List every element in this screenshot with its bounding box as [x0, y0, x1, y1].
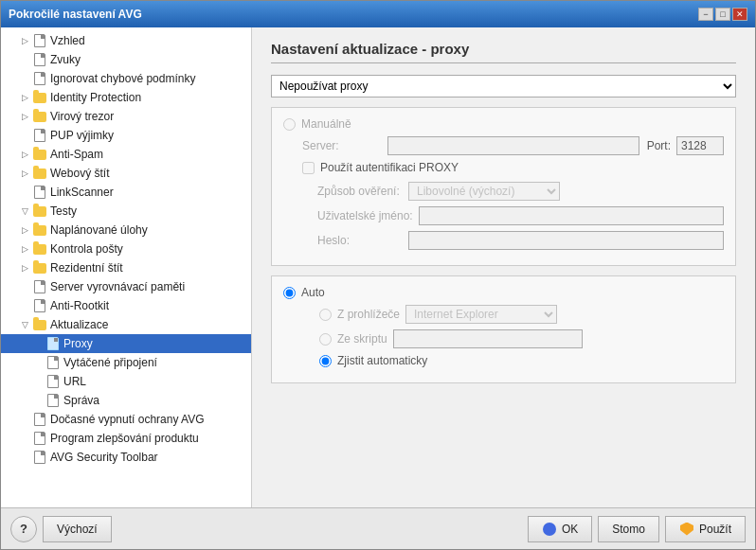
- heslo-row: Heslo:: [283, 231, 724, 250]
- sidebar-item-server[interactable]: Server vyrovnávací paměti: [1, 277, 251, 296]
- proxy-type-select[interactable]: Nepoužívat proxy Manuálně Auto: [271, 75, 736, 98]
- folder-icon-antispam: [32, 147, 47, 162]
- pouzit-button[interactable]: Použít: [665, 516, 746, 542]
- label-aktualizace: Aktualizace: [50, 318, 108, 331]
- sidebar-item-ignorovat[interactable]: Ignorovat chybové podmínky: [1, 69, 251, 88]
- page-icon-zvuky: [32, 52, 47, 67]
- page-icon-toolbar: [32, 450, 47, 465]
- heslo-input[interactable]: [408, 231, 724, 250]
- sidebar-item-linkscanner[interactable]: LinkScanner: [1, 183, 251, 202]
- auto-radio[interactable]: [283, 287, 296, 299]
- bottom-left: ? Výchozí: [10, 516, 112, 542]
- expander-toolbar: [18, 451, 31, 464]
- expander-pup: [18, 129, 31, 142]
- server-label: Server:: [302, 139, 387, 152]
- page-icon-server: [32, 279, 47, 294]
- help-button[interactable]: ?: [10, 516, 37, 542]
- skriptu-radio-row: Ze skriptu: [300, 329, 724, 348]
- port-label: Port:: [647, 139, 671, 152]
- sidebar-item-testy[interactable]: ▽ Testy: [1, 202, 251, 221]
- sidebar-item-program[interactable]: Program zlepšování produktu: [1, 429, 251, 448]
- ok-button[interactable]: OK: [528, 516, 592, 542]
- stomo-label: Stomo: [612, 523, 645, 536]
- proxy-auth-label: Použít autentifikaci PROXY: [320, 161, 459, 174]
- label-toolbar: AVG Security Toolbar: [50, 451, 158, 464]
- prohlizece-select[interactable]: Internet Explorer: [405, 305, 557, 324]
- expander-webovy: ▷: [18, 167, 31, 180]
- expander-naplanovane: ▷: [18, 223, 31, 237]
- skriptu-input[interactable]: [393, 329, 583, 348]
- expander-docasne: [18, 413, 31, 426]
- server-input[interactable]: [387, 136, 639, 155]
- page-icon-docasne: [32, 412, 47, 427]
- skriptu-radio[interactable]: [319, 333, 332, 346]
- sidebar-item-proxy[interactable]: Proxy: [1, 334, 251, 353]
- uzivatelske-row: Uživatelské jméno:: [283, 206, 724, 225]
- expander-kontrola: ▷: [18, 242, 31, 256]
- folder-icon-testy: [32, 204, 47, 219]
- proxy-auth-checkbox[interactable]: [302, 162, 315, 174]
- sidebar-item-url[interactable]: URL: [1, 372, 251, 391]
- expander-testy: ▽: [18, 204, 31, 218]
- expander-linkscanner: [18, 186, 31, 199]
- prohlizece-radio-row: Z prohlížeče Internet Explorer: [300, 305, 724, 324]
- label-vzhled: Vzhled: [50, 34, 85, 47]
- page-icon-program: [32, 431, 47, 446]
- sidebar-item-aktualizace[interactable]: ▽ Aktualizace: [1, 315, 251, 334]
- zpusob-select[interactable]: Libovolné (výchozí): [408, 182, 560, 201]
- automaticky-radio-row: Zjistit automaticky: [300, 354, 724, 367]
- manual-radio-label: Manuálně: [301, 117, 351, 131]
- bottom-right: OK Stomo Použít: [528, 516, 746, 542]
- auto-radio-row: Auto: [283, 286, 724, 299]
- sidebar: ▷ Vzhled Zvuky Ignorovat chybové podmínk…: [1, 27, 252, 507]
- label-naplanovane: Naplánované úlohy: [50, 223, 148, 237]
- sidebar-item-naplanovane[interactable]: ▷ Naplánované úlohy: [1, 221, 251, 240]
- manual-radio[interactable]: [283, 118, 296, 131]
- zpusob-row: Způsob ověření: Libovolné (výchozí): [283, 182, 724, 201]
- page-icon-pup: [32, 128, 47, 143]
- expander-ignorovat: [18, 72, 31, 85]
- expander-aktualizace: ▽: [18, 318, 31, 331]
- sidebar-item-sprava[interactable]: Správa: [1, 391, 251, 410]
- sidebar-item-rezidentni[interactable]: ▷ Rezidentní štít: [1, 258, 251, 277]
- folder-icon-webovy: [32, 166, 47, 181]
- proxy-auth-row: Použít autentifikaci PROXY: [283, 161, 724, 174]
- sidebar-item-docasne[interactable]: Dočasné vypnutí ochrany AVG: [1, 410, 251, 429]
- sidebar-item-pup[interactable]: PUP výjimky: [1, 126, 251, 145]
- expander-url: [31, 375, 45, 388]
- maximize-button[interactable]: □: [715, 8, 730, 21]
- close-button[interactable]: ✕: [732, 8, 747, 21]
- automaticky-radio[interactable]: [319, 355, 332, 367]
- manual-radio-row: Manuálně: [283, 117, 724, 131]
- page-icon-vzhled: [32, 33, 47, 48]
- sidebar-item-vytacene[interactable]: Vytáčené připojení: [1, 353, 251, 372]
- title-bar-buttons: − □ ✕: [698, 8, 747, 21]
- auto-radio-label: Auto: [301, 286, 325, 299]
- port-input[interactable]: [676, 136, 724, 155]
- folder-icon-virovy: [32, 109, 47, 124]
- sidebar-item-virovy[interactable]: ▷ Virový trezor: [1, 107, 251, 126]
- vychozi-button[interactable]: Výchozí: [43, 516, 112, 542]
- expander-antispam: ▷: [18, 148, 31, 161]
- page-icon-url: [45, 374, 61, 389]
- uzivatelske-input[interactable]: [419, 206, 724, 225]
- sidebar-item-antispam[interactable]: ▷ Anti-Spam: [1, 145, 251, 164]
- stomo-button[interactable]: Stomo: [598, 516, 659, 542]
- label-proxy: Proxy: [63, 337, 93, 350]
- sidebar-item-identity[interactable]: ▷ Identity Protection: [1, 88, 251, 107]
- expander-antirootkit: [18, 299, 31, 312]
- sidebar-item-kontrola[interactable]: ▷ Kontrola pošty: [1, 240, 251, 258]
- sidebar-item-toolbar[interactable]: AVG Security Toolbar: [1, 448, 251, 467]
- sidebar-item-vzhled[interactable]: ▷ Vzhled: [1, 31, 251, 50]
- auto-section: Auto Z prohlížeče Internet Explorer Ze s…: [271, 275, 736, 383]
- expander-program: [18, 432, 31, 445]
- sidebar-item-webovy[interactable]: ▷ Webový štít: [1, 164, 251, 183]
- label-program: Program zlepšování produktu: [50, 432, 199, 445]
- minimize-button[interactable]: −: [698, 8, 713, 21]
- prohlizece-radio[interactable]: [319, 309, 332, 321]
- sidebar-item-zvuky[interactable]: Zvuky: [1, 50, 251, 69]
- window-title: Pokročilé nastavení AVG: [9, 8, 142, 21]
- zpusob-label: Způsob ověření:: [317, 185, 403, 198]
- sidebar-item-antirootkit[interactable]: Anti-Rootkit: [1, 296, 251, 315]
- pouzit-label: Použít: [699, 523, 731, 536]
